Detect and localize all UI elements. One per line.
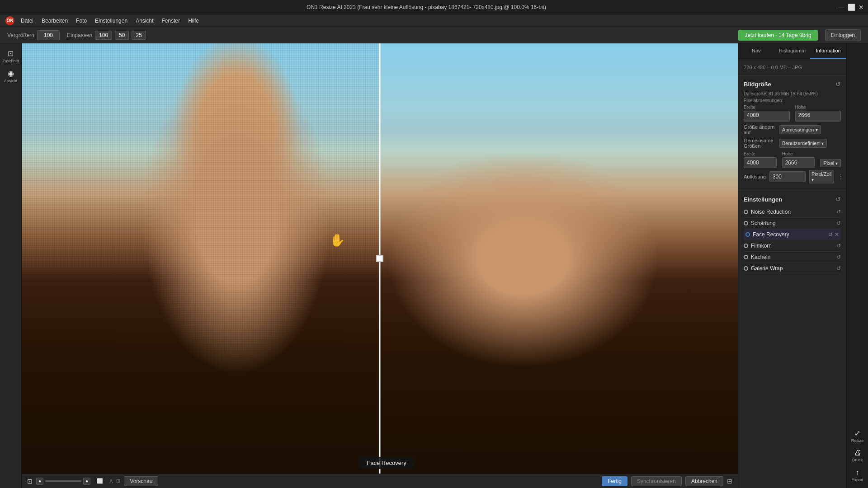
schaerfung-label: Schärfung bbox=[751, 220, 776, 226]
kacheln-reset[interactable]: ↺ bbox=[836, 254, 841, 260]
zoom-in-button[interactable]: ● bbox=[83, 478, 90, 485]
window-title: ON1 Resize AI 2023 (Frau sehr kleine Auf… bbox=[307, 4, 546, 10]
schaerfung-dot[interactable] bbox=[744, 221, 748, 225]
done-button[interactable]: Fertig bbox=[602, 476, 627, 486]
maximize-button[interactable]: ⬜ bbox=[848, 4, 854, 10]
tab-nav[interactable]: Nav bbox=[738, 43, 774, 59]
filmkorn-reset[interactable]: ↺ bbox=[836, 243, 841, 249]
benutzerdefiniert-dropdown[interactable]: Benutzerdefiniert bbox=[779, 139, 827, 148]
login-button[interactable]: Einloggen bbox=[825, 29, 861, 41]
menu-fenster[interactable]: Fenster bbox=[158, 16, 184, 25]
eye-icon: ◉ bbox=[8, 69, 14, 78]
menu-hilfe[interactable]: Hilfe bbox=[184, 16, 203, 25]
zoom-control: ● ● bbox=[36, 478, 90, 485]
crop-icon: ⊡ bbox=[8, 49, 14, 58]
preview-button[interactable]: Vorschau bbox=[124, 476, 158, 486]
einstellungen-reset[interactable]: ↺ bbox=[835, 196, 841, 203]
abmessungen-dropdown[interactable]: Abmessungen bbox=[779, 125, 821, 134]
width-label: Breite bbox=[744, 105, 790, 110]
face-recovery-close[interactable]: ✕ bbox=[835, 231, 839, 238]
toolbar: Vergrößern Einpassen 100 50 25 Jetzt kau… bbox=[0, 27, 868, 43]
zoom-slider[interactable] bbox=[45, 480, 81, 482]
face-recovery-item: Face Recovery ↺ ✕ bbox=[744, 229, 841, 240]
bottom-bar: ⊡ ● ● ⬜ A ⊞ Vorschau Fertig Synchronisie… bbox=[22, 474, 738, 488]
vergroessern-label: Vergrößern bbox=[7, 32, 34, 38]
gemeinsame-label: Gemeinsame Größen bbox=[744, 138, 775, 149]
einstellungen-section: Einstellungen ↺ Noise Reduction ↺ Schärf… bbox=[738, 191, 846, 488]
noise-reduction-item: Noise Reduction ↺ bbox=[744, 206, 841, 218]
settings-icon[interactable]: ⊟ bbox=[727, 478, 732, 485]
main-area: ⊡ Zuschnitt ◉ Ansicht ✋ ⊡ bbox=[0, 43, 868, 488]
canvas-area[interactable]: ✋ ⊡ ● ● ⬜ A ⊞ Vorschau Fertig Synchronis… bbox=[22, 43, 738, 488]
frame-icon[interactable]: ⊡ bbox=[27, 478, 33, 485]
view-toggle[interactable]: ⊞ bbox=[116, 478, 120, 484]
bildgroesse-section: Bildgröße ↺ Dateigröße: 81,36 MiB 16-Bit… bbox=[738, 76, 846, 191]
export-label: Export bbox=[851, 478, 863, 482]
tab-histogram[interactable]: Histogramm bbox=[774, 43, 811, 59]
vergroessern-input[interactable] bbox=[37, 30, 60, 40]
bildgroesse-title: Bildgröße bbox=[744, 81, 771, 88]
width2-input[interactable] bbox=[744, 157, 777, 168]
height2-label: Höhe bbox=[782, 151, 815, 156]
zoom-out-button[interactable]: ● bbox=[36, 478, 43, 485]
schaerfung-item: Schärfung ↺ bbox=[744, 218, 841, 229]
left-sidebar: ⊡ Zuschnitt ◉ Ansicht bbox=[0, 43, 22, 488]
galerie-wrap-reset[interactable]: ↺ bbox=[836, 265, 841, 272]
buy-button[interactable]: Jetzt kaufen · 14 Tage übrig bbox=[738, 30, 817, 41]
menu-bearbeiten[interactable]: Bearbeiten bbox=[38, 16, 71, 25]
dpi-unit-dropdown[interactable]: Pixel/Zoll bbox=[809, 170, 834, 183]
close-button[interactable]: ✕ bbox=[858, 4, 864, 10]
title-bar: ON1 Resize AI 2023 (Frau sehr kleine Auf… bbox=[0, 0, 868, 14]
dpi-input[interactable] bbox=[769, 171, 806, 182]
resize-icon: ⤢ bbox=[854, 429, 860, 437]
sync-button[interactable]: Synchronisieren bbox=[631, 476, 682, 486]
tab-information[interactable]: Information bbox=[810, 43, 846, 59]
kacheln-label: Kacheln bbox=[751, 254, 770, 260]
view-tool[interactable]: ◉ Ansicht bbox=[2, 67, 20, 85]
menu-ansicht[interactable]: Ansicht bbox=[132, 16, 157, 25]
galerie-wrap-item: Galerie Wrap ↺ bbox=[744, 263, 841, 274]
einpassen-50[interactable]: 50 bbox=[115, 31, 129, 40]
einpassen-25[interactable]: 25 bbox=[132, 31, 146, 40]
menu-datei[interactable]: Datei bbox=[17, 16, 37, 25]
einpassen-100[interactable]: 100 bbox=[95, 31, 112, 40]
crop-tool[interactable]: ⊡ Zuschnitt bbox=[2, 47, 20, 65]
filmkorn-label: Filmkorn bbox=[751, 243, 772, 249]
canvas-wrapper: ✋ bbox=[22, 43, 738, 474]
noise-reduction-dot[interactable] bbox=[744, 210, 748, 214]
face-recovery-reset[interactable]: ↺ bbox=[828, 231, 833, 238]
right-actions: ⤢ Resize 🖨 Druck ↑ Export bbox=[846, 43, 868, 488]
cancel-button[interactable]: Abbrechen bbox=[685, 476, 723, 486]
height2-input[interactable] bbox=[782, 157, 815, 168]
height-value: 2666 bbox=[795, 111, 841, 122]
width2-label: Breite bbox=[744, 151, 777, 156]
menu-foto[interactable]: Foto bbox=[72, 16, 90, 25]
width-value: 4000 bbox=[744, 111, 790, 122]
filesize-label: Dateigröße: 81,36 MiB 16-Bit (556%) bbox=[744, 91, 841, 96]
schaerfung-reset[interactable]: ↺ bbox=[836, 220, 841, 226]
resize-action[interactable]: ⤢ Resize bbox=[849, 427, 867, 445]
filmkorn-dot[interactable] bbox=[744, 244, 748, 248]
einpassen-label: Einpassen bbox=[67, 32, 92, 38]
kacheln-dot[interactable] bbox=[744, 255, 748, 259]
druck-action[interactable]: 🖨 Druck bbox=[849, 446, 867, 465]
split-handle[interactable] bbox=[376, 255, 383, 262]
print-icon: 🖨 bbox=[854, 449, 861, 457]
export-action[interactable]: ↑ Export bbox=[849, 466, 867, 484]
galerie-wrap-label: Galerie Wrap bbox=[751, 265, 783, 272]
dpi-link[interactable]: ⋮ bbox=[838, 173, 844, 180]
face-recovery-dot[interactable] bbox=[745, 232, 750, 237]
druck-label: Druck bbox=[852, 458, 863, 462]
unit-dropdown[interactable]: Pixel bbox=[820, 159, 841, 167]
groesse-label: Größe ändern auf bbox=[744, 124, 775, 135]
noise-reduction-reset[interactable]: ↺ bbox=[836, 209, 841, 215]
galerie-wrap-dot[interactable] bbox=[744, 266, 748, 271]
bildgroesse-reset[interactable]: ↺ bbox=[835, 80, 841, 88]
cursor-hand: ✋ bbox=[330, 233, 345, 248]
menu-bar: ON Datei Bearbeiten Foto Einstellungen A… bbox=[0, 14, 868, 27]
minimize-button[interactable]: — bbox=[838, 4, 844, 10]
text-icon[interactable]: A bbox=[109, 479, 113, 484]
menu-einstellungen[interactable]: Einstellungen bbox=[91, 16, 131, 25]
export-icon: ↑ bbox=[856, 469, 859, 477]
image-dimensions: 720 x 480 ·· 0,0 MB ·· JPG bbox=[744, 65, 802, 70]
